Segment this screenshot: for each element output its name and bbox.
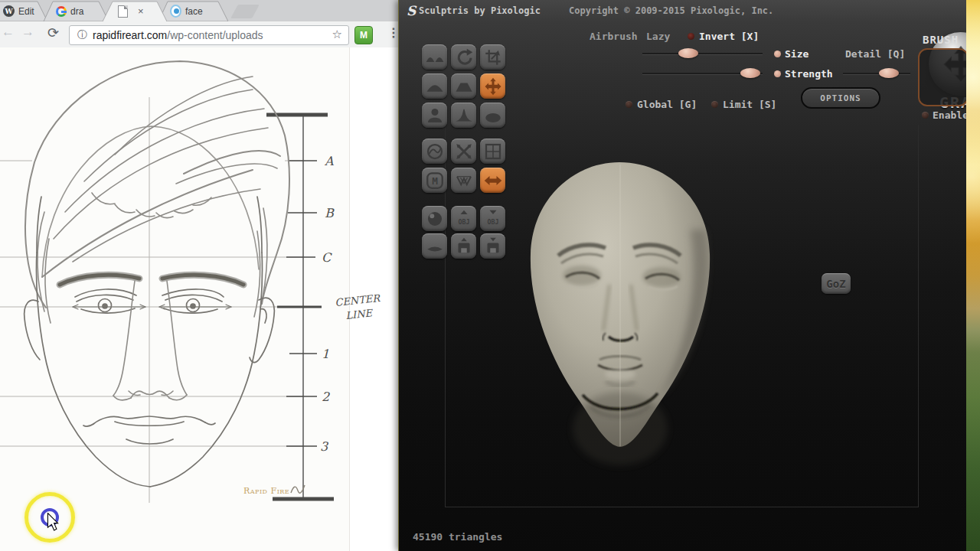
viewport-border-right	[918, 125, 919, 507]
face-proportions-drawing: A B C CENTER LINE 1 2 3	[0, 47, 398, 551]
draw-tool-button[interactable]	[422, 73, 447, 99]
page-favicon	[117, 5, 129, 17]
tab-label: face	[185, 6, 203, 17]
symmetry-toggle-button-active[interactable]	[480, 168, 505, 193]
browser-toolbar: ← → ⟳ ⓘ rapidfireart.com /wp-content/upl…	[0, 21, 398, 48]
sculptris-window: S Sculptris by Pixologic Copyright © 200…	[398, 0, 967, 551]
svg-text:OBJ: OBJ	[487, 217, 498, 225]
browser-window: W Edit dra face	[0, 0, 398, 551]
scale-tool-button[interactable]	[480, 44, 505, 70]
ruler-label-center-1: CENTER	[335, 292, 381, 308]
subdivide-all-button[interactable]	[451, 168, 476, 193]
ruler-label-2: 2	[322, 390, 330, 404]
mouse-cursor	[47, 513, 59, 531]
brush-texture-box[interactable]	[918, 48, 967, 106]
open-file-button[interactable]	[451, 233, 476, 259]
copyright-text: Copyright © 2009-2015 Pixologic, Inc.	[569, 5, 773, 16]
url-bar[interactable]: ⓘ rapidfireart.com /wp-content/uploads ☆	[69, 25, 349, 45]
export-obj-button[interactable]: OBJ	[480, 206, 505, 231]
reduce-brush-button[interactable]	[422, 139, 447, 164]
refresh-icon[interactable]: ⟳	[47, 24, 59, 41]
ruler-label-1: 1	[322, 347, 329, 361]
global-radio[interactable]	[626, 101, 632, 108]
crease-tool-button[interactable]	[422, 44, 447, 70]
ruler-label-3: 3	[320, 439, 329, 454]
lazy-toggle[interactable]: Lazy	[646, 31, 670, 42]
url-path: /wp-content/uploads	[167, 29, 263, 41]
triangle-count-status: 45190 triangles	[413, 531, 502, 543]
detail-label: Detail [Q]	[845, 48, 905, 60]
size-dot	[774, 51, 781, 57]
google-favicon	[55, 5, 67, 17]
goz-button[interactable]: GoZ	[822, 273, 851, 294]
forward-icon[interactable]: →	[21, 24, 34, 40]
detail-slider-handle[interactable]	[879, 68, 899, 78]
tab-label: dra	[70, 6, 83, 17]
bookmark-star-icon[interactable]: ☆	[332, 28, 342, 41]
rotate-tool-button[interactable]	[451, 44, 476, 70]
save-file-button[interactable]	[480, 233, 505, 259]
screen: W Edit dra face	[0, 0, 980, 551]
invert-toggle[interactable]: Invert [X]	[699, 31, 759, 42]
desktop-wallpaper	[966, 0, 980, 551]
enable-radio[interactable]	[922, 112, 929, 119]
page-info-icon[interactable]: ⓘ	[77, 28, 87, 42]
svg-text:OBJ: OBJ	[458, 217, 469, 225]
blue-dot-favicon	[170, 5, 181, 17]
detail-slider-track[interactable]	[843, 73, 910, 74]
limit-radio[interactable]	[711, 101, 718, 108]
airbrush-toggle[interactable]: Airbrush	[590, 31, 638, 42]
watermark: Rapid Fire	[243, 486, 289, 496]
mask-tool-button[interactable]: M	[422, 168, 447, 193]
new-plane-button[interactable]	[422, 233, 447, 259]
viewport-border-bottom	[445, 507, 919, 507]
tab-active[interactable]: ×	[103, 1, 167, 21]
ruler-label-a: A	[324, 154, 334, 168]
flatten-tool-button[interactable]	[451, 73, 476, 99]
nose-sketch	[113, 281, 187, 400]
url-domain: rapidfireart.com	[93, 29, 167, 41]
import-obj-button[interactable]: OBJ	[451, 206, 476, 231]
tab-dra[interactable]: dra	[43, 1, 109, 21]
wordpress-favicon: W	[3, 5, 15, 17]
reduce-selected-button[interactable]	[451, 139, 476, 164]
detail-slider[interactable]	[843, 68, 910, 79]
sculpt-viewport-head-model[interactable]	[506, 115, 874, 482]
grab-tool-button-active[interactable]	[480, 73, 505, 99]
ruler-label-center-2: LINE	[345, 307, 374, 321]
strength-slider[interactable]	[642, 68, 763, 79]
smooth-tool-button[interactable]	[480, 103, 505, 128]
sculptris-logo: S	[407, 3, 416, 18]
new-tab-button[interactable]	[230, 5, 260, 18]
size-slider-track[interactable]	[642, 53, 763, 54]
options-button[interactable]: OPTIONS	[801, 87, 880, 109]
strength-label: Strength	[785, 68, 833, 80]
size-slider-handle[interactable]	[678, 48, 698, 58]
limit-label[interactable]: Limit [S]	[723, 99, 776, 110]
global-label[interactable]: Global [G]	[637, 99, 697, 110]
enable-label[interactable]: Enable	[933, 109, 967, 121]
size-label: Size	[785, 48, 808, 60]
click-highlight-ring	[24, 492, 75, 543]
tab-edit[interactable]: W Edit	[0, 1, 47, 21]
strength-slider-handle[interactable]	[740, 68, 760, 78]
tab-face[interactable]: face	[158, 1, 228, 21]
size-slider[interactable]	[642, 48, 763, 59]
wireframe-toggle-button[interactable]	[480, 139, 505, 164]
tab-strip: W Edit dra face	[0, 0, 398, 21]
eyes-sketch	[73, 289, 231, 313]
invert-radio[interactable]	[688, 33, 694, 40]
eyebrows-sketch	[60, 275, 243, 285]
ruler-label-b: B	[325, 206, 335, 220]
ruler-label-c: C	[322, 250, 332, 265]
inflate-tool-button[interactable]	[422, 103, 447, 128]
back-icon[interactable]: ←	[2, 24, 15, 40]
svg-text:M: M	[432, 175, 438, 187]
app-title: Sculptris by Pixologic	[419, 5, 541, 16]
pinch-tool-button[interactable]	[451, 103, 476, 128]
new-sphere-button[interactable]	[422, 206, 447, 231]
tab-close-icon[interactable]: ×	[138, 5, 144, 17]
extension-icon[interactable]: M	[354, 26, 373, 44]
strength-dot	[774, 70, 781, 77]
page-content: A B C CENTER LINE 1 2 3	[0, 47, 398, 551]
